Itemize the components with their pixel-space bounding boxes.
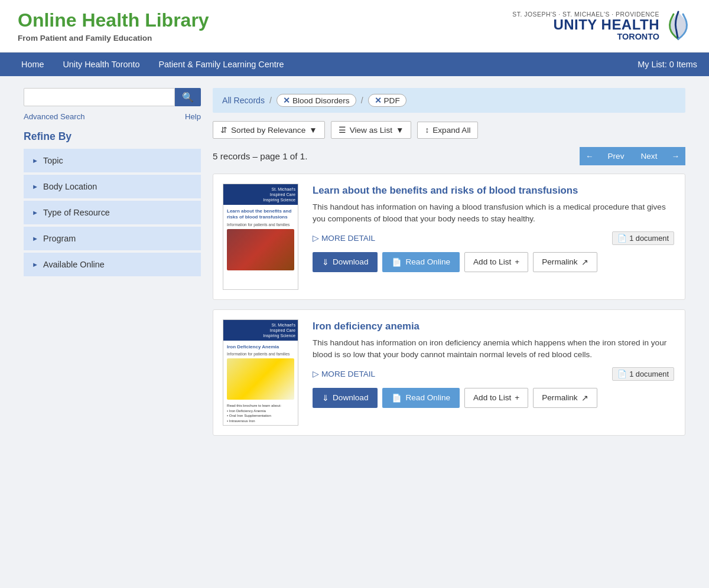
permalink-button-1[interactable]: Permalink ↗	[533, 252, 597, 272]
view-button[interactable]: ☰ View as List ▼	[331, 121, 412, 139]
thumb-subtitle-1: Information for patients and families	[227, 223, 294, 227]
breadcrumb-separator-2: /	[361, 96, 363, 105]
thumb-body-2: Iron Deficiency Anemia Information for p…	[223, 341, 298, 426]
document-icon-1: 📄	[617, 234, 627, 243]
external-link-icon-2: ↗	[581, 393, 588, 403]
doc-count-2: 1 document	[629, 370, 669, 378]
thumb-title-1: Learn about the benefits and risks of bl…	[227, 208, 294, 221]
read-icon-2: 📄	[392, 393, 402, 403]
header-left: Online Health Library From Patient and F…	[18, 9, 209, 43]
expand-all-button[interactable]: ↕ Expand All	[417, 122, 478, 139]
breadcrumb-all-records[interactable]: All Records	[222, 96, 265, 105]
search-button[interactable]: 🔍	[175, 88, 201, 106]
site-title: Online Health Library	[18, 9, 209, 31]
more-detail-icon-1: ▷	[313, 233, 319, 243]
pagination: ← Prev Next →	[580, 147, 685, 165]
remove-pdf-icon[interactable]: ✕	[375, 96, 382, 105]
add-label-2: Add to List	[473, 393, 511, 402]
search-input[interactable]	[24, 88, 175, 106]
thumb-image-yellow	[227, 358, 294, 400]
prev-arrow-button[interactable]: ←	[580, 147, 600, 165]
refine-by-title: Refine By	[24, 130, 201, 143]
nav-unity-health[interactable]: Unity Health Toronto	[53, 53, 149, 76]
download-button-1[interactable]: ⇓ Download	[313, 252, 378, 272]
doc-badge-2: 📄 1 document	[612, 367, 674, 381]
filter-topic[interactable]: ► Topic	[24, 149, 201, 172]
help-link[interactable]: Help	[185, 112, 201, 121]
header-right: ST. JOSEPH'S · ST. MICHAEL'S · PROVIDENC…	[512, 9, 691, 43]
more-detail-2[interactable]: ▷ MORE DETAIL	[313, 369, 375, 378]
read-label-1: Read Online	[405, 257, 450, 266]
card-title-2[interactable]: Iron deficiency anemia	[313, 321, 674, 332]
records-bar: 5 records – page 1 of 1. ← Prev Next →	[213, 147, 685, 165]
card-meta-2: ▷ MORE DETAIL 📄 1 document	[313, 367, 674, 381]
nav-home[interactable]: Home	[12, 53, 53, 76]
sort-dropdown-icon: ▼	[309, 126, 317, 135]
card-desc-2: This handout has information on iron def…	[313, 337, 674, 361]
filter-program[interactable]: ► Program	[24, 227, 201, 250]
filter-topic-label: Topic	[43, 156, 63, 165]
permalink-label-2: Permalink	[542, 393, 577, 402]
sort-button[interactable]: ⇵ Sorted by Relevance ▼	[213, 121, 325, 139]
add-to-list-button-2[interactable]: Add to List +	[464, 388, 528, 408]
add-label-1: Add to List	[473, 257, 511, 266]
filter-body-location-label: Body Location	[43, 182, 97, 191]
navigation: Home Unity Health Toronto Patient & Fami…	[0, 53, 709, 76]
remove-blood-disorders-icon[interactable]: ✕	[283, 96, 290, 105]
filter-body-location[interactable]: ► Body Location	[24, 175, 201, 198]
read-online-button-2[interactable]: 📄 Read Online	[382, 388, 460, 408]
breadcrumb-tag-pdf-label: PDF	[384, 96, 400, 105]
my-list: My List: 0 Items	[638, 53, 697, 76]
result-card-1: St. Michael'sInspired CareInspiring Scie…	[213, 174, 685, 300]
breadcrumb: All Records / ✕ Blood Disorders / ✕ PDF	[213, 88, 685, 113]
download-icon-1: ⇓	[322, 257, 329, 267]
thumbnail-image-1: St. Michael'sInspired CareInspiring Scie…	[223, 184, 298, 290]
card-actions-1: ⇓ Download 📄 Read Online Add to List + P…	[313, 252, 674, 272]
thumb-header-2: St. Michael'sInspired CareInspiring Scie…	[223, 320, 298, 341]
breadcrumb-tag-pdf: ✕ PDF	[368, 94, 406, 107]
card-thumbnail-2: St. Michael'sInspired CareInspiring Scie…	[213, 310, 308, 435]
card-thumbnail-1: St. Michael'sInspired CareInspiring Scie…	[213, 174, 308, 299]
doc-count-1: 1 document	[629, 234, 669, 243]
read-online-button-1[interactable]: 📄 Read Online	[382, 252, 460, 272]
read-icon-1: 📄	[392, 257, 402, 267]
external-link-icon-1: ↗	[581, 257, 588, 267]
result-card-2: St. Michael'sInspired CareInspiring Scie…	[213, 309, 685, 436]
filter-available-online[interactable]: ► Available Online	[24, 253, 201, 276]
nav-links: Home Unity Health Toronto Patient & Fami…	[12, 53, 293, 76]
view-dropdown-icon: ▼	[396, 126, 404, 135]
download-button-2[interactable]: ⇓ Download	[313, 388, 378, 408]
advanced-search-link[interactable]: Advanced Search	[24, 112, 85, 121]
view-icon: ☰	[339, 125, 346, 135]
download-label-1: Download	[333, 257, 368, 266]
view-label: View as List	[350, 126, 392, 135]
more-detail-icon-2: ▷	[313, 369, 319, 378]
more-detail-label-1: MORE DETAIL	[321, 234, 375, 243]
add-to-list-button-1[interactable]: Add to List +	[464, 252, 528, 272]
next-arrow-button[interactable]: →	[665, 147, 685, 165]
filter-type-of-resource-label: Type of Resource	[43, 208, 110, 217]
next-button[interactable]: Next	[632, 147, 665, 165]
results-area: All Records / ✕ Blood Disorders / ✕ PDF …	[213, 88, 685, 445]
card-title-1[interactable]: Learn about the benefits and risks of bl…	[313, 185, 674, 197]
filter-available-online-label: Available Online	[43, 260, 105, 269]
more-detail-label-2: MORE DETAIL	[321, 370, 375, 378]
more-detail-1[interactable]: ▷ MORE DETAIL	[313, 233, 375, 243]
records-count: 5 records – page 1 of 1.	[213, 151, 307, 161]
search-box: 🔍	[24, 88, 201, 106]
thumb-text-2: Read this brochure to learn about:• Iron…	[227, 403, 294, 423]
chevron-right-icon: ►	[32, 157, 38, 164]
site-subtitle: From Patient and Family Education	[18, 34, 209, 43]
card-desc-1: This handout has information on having a…	[313, 201, 674, 226]
download-label-2: Download	[333, 393, 368, 402]
permalink-label-1: Permalink	[542, 257, 577, 266]
header: Online Health Library From Patient and F…	[0, 0, 709, 53]
filter-type-of-resource[interactable]: ► Type of Resource	[24, 201, 201, 224]
filter-program-label: Program	[43, 234, 76, 243]
prev-button[interactable]: Prev	[600, 147, 633, 165]
logo-text: ST. JOSEPH'S · ST. MICHAEL'S · PROVIDENC…	[512, 11, 659, 41]
permalink-button-2[interactable]: Permalink ↗	[533, 388, 597, 408]
thumbnail-image-2: St. Michael'sInspired CareInspiring Scie…	[223, 319, 298, 426]
expand-icon: ↕	[425, 126, 429, 135]
nav-learning-centre[interactable]: Patient & Family Learning Centre	[149, 53, 294, 76]
